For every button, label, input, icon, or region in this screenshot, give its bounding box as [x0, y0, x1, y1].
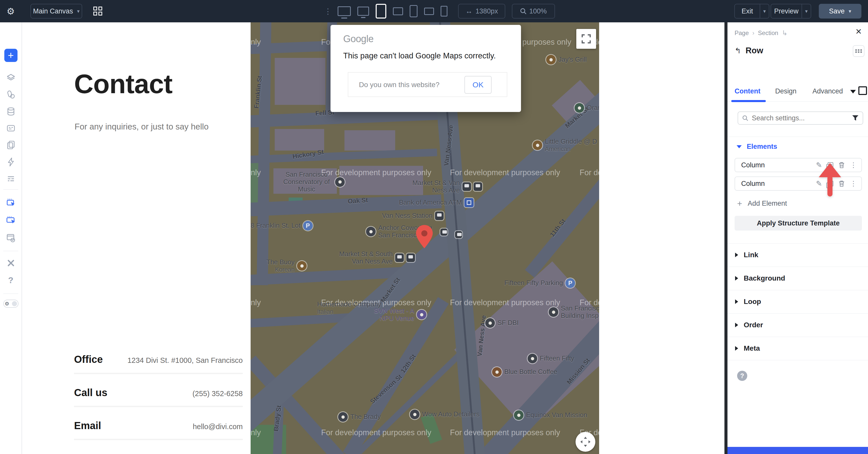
select-module-tool[interactable] — [0, 198, 22, 208]
device-tablet-active[interactable] — [376, 4, 386, 19]
module-library-button[interactable] — [0, 123, 22, 133]
rows-structure-button[interactable] — [0, 174, 22, 184]
layers-button[interactable] — [0, 73, 22, 83]
map-poi[interactable]: The Brady — [338, 412, 381, 422]
map-poi[interactable]: Fifteen Fifty — [528, 354, 574, 363]
add-module-button[interactable]: + — [0, 49, 22, 62]
map-poi[interactable]: SF DBI — [485, 318, 519, 328]
device-phone[interactable] — [410, 5, 417, 17]
section-background[interactable]: Background — [735, 274, 785, 282]
device-scope-icon[interactable] — [858, 86, 867, 95]
section-meta[interactable]: Meta — [735, 344, 760, 352]
divider — [727, 137, 868, 137]
help-button[interactable]: ? — [0, 275, 22, 285]
tab-content[interactable]: Content — [735, 87, 761, 95]
close-icon[interactable]: ✕ — [855, 27, 862, 36]
column-label: Column — [741, 161, 816, 169]
apply-structure-template-button[interactable]: Apply Structure Template — [735, 216, 862, 231]
map-poi[interactable]: Market St & South Van Ness Ave — [338, 250, 415, 265]
map-poi[interactable]: Wow Auto Detailers — [410, 409, 479, 419]
canvas-width-control[interactable]: ↔ 1380px — [458, 4, 505, 19]
map-poi[interactable]: Bank of America ATM — [399, 198, 473, 207]
map-poi[interactable]: Oran — [575, 103, 599, 113]
kebab-menu-icon[interactable]: ⋮ — [850, 179, 857, 188]
section-loop[interactable]: Loop — [735, 297, 761, 306]
search-input[interactable] — [751, 114, 852, 122]
search-settings-box[interactable] — [738, 111, 863, 125]
map-poi[interactable]: Little Griddle @ D American — [533, 138, 597, 152]
select-row-tool[interactable] — [0, 215, 22, 225]
settings-toggle[interactable]: ⚙ — [0, 300, 22, 308]
dynamic-content-button[interactable] — [0, 157, 22, 167]
map-poi[interactable]: San Francisco Conservatory of Music — [281, 171, 345, 193]
exit-button[interactable]: Exit ▾ — [734, 4, 769, 19]
canvas-selector[interactable]: Main Canvas ▾ — [30, 4, 82, 19]
map-poi[interactable]: Homemade Company Italian — [317, 301, 381, 315]
gear-icon[interactable]: ⚙ — [7, 6, 15, 17]
zoom-control[interactable]: 100% — [512, 4, 555, 19]
section-collapsed-icon — [735, 346, 738, 351]
device-tablet-small[interactable] — [393, 7, 403, 15]
device-desktop-large[interactable] — [338, 6, 351, 16]
kebab-menu-icon[interactable]: ⋮ — [850, 161, 857, 169]
transit-icon — [473, 182, 482, 191]
map-poi[interactable]: San Francisco Building Insp — [549, 305, 599, 319]
tab-design[interactable]: Design — [775, 87, 797, 95]
breadcrumb-page[interactable]: Page — [735, 29, 749, 36]
breadcrumb-section[interactable]: Section — [758, 29, 778, 36]
map-poi[interactable]: The Buoy Korean — [266, 258, 307, 273]
preview-button[interactable]: Preview ▾ — [771, 4, 811, 19]
database-button[interactable] — [0, 107, 22, 117]
map-watermark: For development purposes only — [450, 168, 560, 177]
design-presets-button[interactable] — [0, 90, 22, 100]
exit-chevron-icon[interactable]: ▾ — [760, 4, 769, 18]
map-watermark: For development purposes only — [251, 428, 261, 437]
panel-help-button[interactable]: ? — [737, 371, 747, 381]
device-phone-small[interactable] — [441, 6, 447, 17]
device-preview-group: ⋮ — [324, 0, 451, 22]
preview-mode-button[interactable] — [0, 233, 22, 243]
divider — [727, 360, 868, 360]
section-link[interactable]: Link — [735, 251, 758, 259]
copy-styles-button[interactable] — [0, 140, 22, 150]
section-order[interactable]: Order — [735, 321, 763, 329]
map-poi[interactable]: Fifteen Fifty Parking P — [504, 278, 575, 288]
preview-chevron-icon[interactable]: ▾ — [802, 4, 811, 18]
drag-handle-button[interactable] — [853, 45, 864, 57]
tabs-chevron-icon[interactable] — [850, 90, 856, 93]
map-pin-icon[interactable] — [416, 225, 433, 248]
filter-funnel-icon[interactable] — [852, 115, 859, 121]
store-icon — [575, 103, 584, 113]
grid-view-icon[interactable] — [93, 7, 102, 16]
divider — [727, 266, 868, 267]
tab-advanced[interactable]: Advanced — [812, 87, 843, 95]
map-poi[interactable]: Market St & Van Ness Ave — [408, 179, 482, 194]
device-desktop[interactable] — [358, 7, 369, 16]
ok-button[interactable]: OK — [464, 76, 492, 94]
map-poi[interactable]: Blue Bottle Coffee — [492, 367, 557, 377]
element-column-row[interactable]: Column ✎ ⋮ — [735, 158, 862, 172]
map-poi[interactable]: Equinox Van Mission — [514, 410, 587, 420]
map-poi[interactable]: Van Ness Station — [382, 211, 444, 220]
map-poi[interactable]: Jay's Grill — [546, 55, 587, 64]
panel-resize-bar[interactable] — [724, 22, 727, 454]
transit-icon — [395, 253, 404, 262]
add-element-button[interactable]: + Add Element — [737, 199, 787, 208]
device-phone-landscape[interactable] — [424, 8, 434, 15]
element-column-row[interactable]: Column ✎ ⋮ — [735, 176, 862, 191]
map-poi[interactable]: 8 Franklin St. Lot P — [251, 221, 313, 231]
business-icon — [485, 318, 495, 328]
back-arrow-icon[interactable]: ↰ — [735, 46, 741, 55]
copy-icon — [6, 140, 16, 150]
section-expanded-icon — [737, 145, 742, 148]
tools-button[interactable] — [0, 258, 22, 268]
map-pan-button[interactable] — [576, 432, 595, 452]
map-poi[interactable]: SVN West - A NPU Venue — [372, 307, 426, 322]
save-button[interactable]: Save ▾ — [819, 4, 861, 19]
section-collapsed-icon — [735, 253, 738, 257]
bottom-blue-bar — [727, 447, 868, 454]
map-fullscreen-button[interactable] — [576, 29, 596, 49]
elements-section-header[interactable]: Elements — [737, 143, 777, 150]
drag-dots-icon[interactable]: ⋮ — [324, 7, 332, 16]
divider — [74, 439, 243, 440]
